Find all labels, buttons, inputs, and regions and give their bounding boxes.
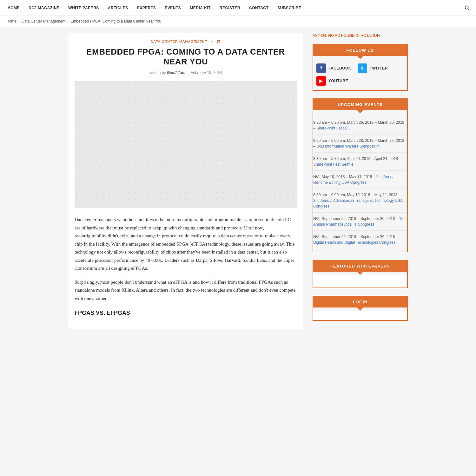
breadcrumb-sep2: › [67, 19, 69, 23]
event-link[interactable]: SharePoint Fest DC [316, 126, 350, 130]
sidebar-ad-link[interactable]: AS#404: NO AD FOUND IN ROTATION [313, 33, 380, 38]
event-item: 8:30 am – 5:30 pm, March 26, 2018 – Marc… [313, 116, 407, 135]
featured-whitepapers-section: FEATURED WHITEPAPERS [313, 260, 408, 288]
nav-contact[interactable]: CONTACT [245, 6, 273, 10]
events-list: 8:30 am – 5:30 pm, March 26, 2018 – Marc… [313, 113, 407, 252]
article-subheading: FPGAs vs. eFPGAs [75, 308, 297, 318]
article-body: Data center managers want their faciliti… [75, 216, 297, 318]
event-item: 8:30 am – 5:30 pm, April 20, 2018 – Apri… [313, 153, 407, 171]
event-time: N/A, May 10, 2018 – May 11, 2018 – [313, 175, 376, 179]
main-content: DATA CENTER MANAGEMENT ✦ IT EMBEDDED FPG… [68, 33, 303, 329]
youtube-link[interactable]: ▶ YOUTUBE [316, 76, 354, 86]
nav-subscribe[interactable]: SUBSCRIBE [273, 6, 306, 10]
facebook-label: FACEBOOK [328, 66, 351, 70]
event-time: 8:30 am – 5:30 pm, April 20, 2018 – Apri… [313, 156, 401, 161]
whitepapers-body [313, 275, 407, 288]
article-paragraph-1: Data center managers want their faciliti… [75, 216, 297, 273]
article-author: Geoff Tate [167, 70, 186, 75]
sidebar: AS#404: NO AD FOUND IN ROTATION FOLLOW U… [313, 33, 408, 329]
event-item: 9:00 am – 5:00 pm, March 28, 2018 – Marc… [313, 135, 407, 153]
svg-line-1 [468, 9, 469, 10]
tag-separator: ✦ [211, 40, 214, 43]
event-item: N/A, September 25, 2018 – September 26, … [313, 231, 407, 248]
follow-us-section: FOLLOW US f FACEBOOK 𝕥 TWITTER ▶ YOUTUBE [313, 44, 408, 91]
follow-us-triangle [357, 56, 363, 59]
article-byline: written by Geoff Tate | February 15, 201… [75, 70, 297, 75]
breadcrumb-current: Embedded FPGA: Coming to a Data Center N… [70, 19, 161, 23]
event-link[interactable]: DoD Information Warfare Symposium [316, 144, 380, 149]
nav-items: HOME DCJ MAGAZINE WHITE PAPERS ARTICLES … [3, 6, 461, 10]
twitter-label: TWITTER [370, 66, 388, 70]
article-paragraph-2: Surprisingly, most people don't understa… [75, 278, 297, 303]
login-section: LOGIN [313, 296, 408, 321]
breadcrumb-sep1: › [18, 19, 20, 23]
nav-register[interactable]: REGISTER [215, 6, 245, 10]
search-icon[interactable] [461, 2, 473, 14]
event-time: N/A, September 25, 2018 – September 26, … [313, 216, 399, 221]
nav-home[interactable]: HOME [3, 6, 24, 10]
sidebar-ad: AS#404: NO AD FOUND IN ROTATION [313, 33, 408, 38]
breadcrumb-home[interactable]: Home [6, 19, 17, 23]
breadcrumb: Home › Data Center Management › Embedded… [0, 16, 476, 27]
youtube-label: YOUTUBE [328, 79, 348, 83]
twitter-link[interactable]: 𝕥 TWITTER [358, 63, 396, 73]
events-triangle [357, 110, 363, 113]
event-time: 8:00 am – 9:00 am, May 10, 2018 – May 11… [313, 193, 401, 197]
nav-experts[interactable]: EXPERTS [133, 6, 161, 10]
login-header: LOGIN [313, 296, 407, 307]
facebook-icon: f [316, 63, 326, 73]
event-link[interactable]: 2nd Annual Advances in Transgenic Techno… [313, 198, 402, 208]
article-image [75, 81, 297, 208]
follow-us-header: FOLLOW US [313, 45, 407, 56]
twitter-icon: 𝕥 [358, 63, 367, 73]
event-item: 8:00 am – 9:00 am, May 10, 2018 – May 11… [313, 189, 407, 213]
article-tags: DATA CENTER MANAGEMENT ✦ IT [75, 40, 297, 44]
follow-grid: f FACEBOOK 𝕥 TWITTER ▶ YOUTUBE [313, 59, 407, 90]
upcoming-events-header: UPCOMING EVENTS [313, 99, 407, 110]
youtube-icon: ▶ [316, 76, 326, 86]
event-link[interactable]: SharePoint Fest Seattle [313, 162, 354, 167]
event-time: N/A, September 25, 2018 – September 26, … [313, 235, 398, 239]
tag-it[interactable]: IT [217, 40, 221, 43]
breadcrumb-section[interactable]: Data Center Management [22, 19, 65, 23]
nav-media-kit[interactable]: MEDIA KIT [185, 6, 215, 10]
upcoming-events-section: UPCOMING EVENTS 8:30 am – 5:30 pm, March… [313, 98, 408, 252]
nav-articles[interactable]: ARTICLES [103, 6, 133, 10]
nav-white-papers[interactable]: WHITE PAPERS [64, 6, 103, 10]
login-triangle [357, 307, 363, 311]
byline-sep: | [187, 70, 191, 75]
featured-whitepapers-header: FEATURED WHITEPAPERS [313, 261, 407, 272]
svg-point-0 [465, 6, 468, 9]
article-title: EMBEDDED FPGA: COMING TO A DATA CENTER N… [75, 47, 297, 67]
article-date: February 15, 2018 [191, 70, 222, 75]
page-layout: DATA CENTER MANAGEMENT ✦ IT EMBEDDED FPG… [63, 27, 413, 335]
whitepapers-triangle [357, 272, 363, 275]
event-link[interactable]: Digital Health and Digital Technologies … [313, 240, 395, 245]
tag-data-center[interactable]: DATA CENTER MANAGEMENT [151, 40, 208, 43]
event-item: N/A, May 10, 2018 – May 11, 2018 – 2nd A… [313, 171, 407, 189]
written-by-label: written by [149, 70, 166, 75]
main-nav: HOME DCJ MAGAZINE WHITE PAPERS ARTICLES … [0, 0, 476, 16]
facebook-link[interactable]: f FACEBOOK [316, 63, 354, 73]
nav-dcj-magazine[interactable]: DCJ MAGAZINE [24, 6, 64, 10]
nav-events[interactable]: EVENTS [160, 6, 185, 10]
login-body [313, 311, 407, 320]
article-wrapper: DATA CENTER MANAGEMENT ✦ IT EMBEDDED FPG… [68, 33, 303, 329]
event-item: N/A, September 25, 2018 – September 26, … [313, 213, 407, 231]
